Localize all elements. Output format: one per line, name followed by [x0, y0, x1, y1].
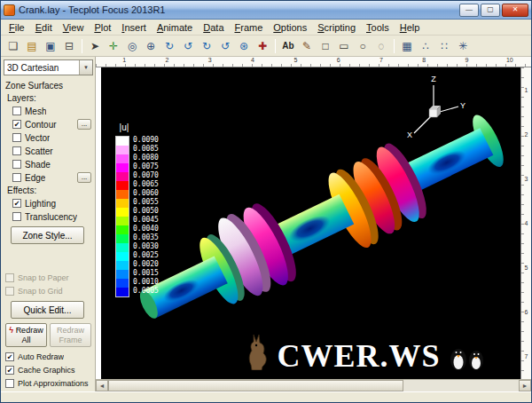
menu-file[interactable]: File	[4, 20, 30, 35]
legend-color-swatch	[116, 172, 129, 181]
rotate-x-tool-icon[interactable]: ↻	[160, 37, 178, 55]
menu-animate[interactable]: Animate	[152, 20, 198, 35]
save-layout-icon[interactable]: ▣	[42, 37, 59, 55]
option-plot-approximations-label: Plot Approximations	[18, 379, 89, 388]
menu-plot[interactable]: Plot	[89, 20, 116, 35]
window-controls: —▢✕	[459, 4, 528, 17]
ellipse-tool-icon[interactable]: ◌	[372, 37, 390, 55]
data-zoom-tool-icon[interactable]: ⊕	[142, 37, 160, 55]
select-adjustor-tool-icon[interactable]: ➤	[86, 37, 104, 55]
polyline-tool-icon[interactable]: ✎	[298, 37, 316, 55]
menu-scripting[interactable]: Scripting	[312, 20, 361, 35]
window-title: Crank.lay - Tecplot Focus 2013R1	[19, 4, 456, 15]
layer-contour-options-button[interactable]: ...	[77, 119, 91, 130]
menu-options[interactable]: Options	[268, 20, 312, 35]
title-bar[interactable]: Crank.lay - Tecplot Focus 2013R1 —▢✕	[1, 1, 531, 20]
ruler-top-mark: 8	[403, 57, 445, 67]
scatter-dots-tool-icon[interactable]: ∴	[417, 37, 434, 55]
probe-tool-icon[interactable]: ✚	[254, 37, 271, 55]
chevron-down-icon[interactable]: ▼	[79, 60, 92, 75]
option-auto-redraw-checkbox[interactable]: ✔	[5, 352, 14, 361]
rotate-z-tool-icon[interactable]: ↻	[198, 37, 215, 55]
snap-options-group: Snap to PaperSnap to Grid Quick Edit... …	[4, 272, 93, 390]
snap-snap-to-paper[interactable]: Snap to Paper	[4, 272, 93, 284]
legend-value: 0.0005	[133, 287, 159, 296]
snap-snap-to-paper-checkbox[interactable]	[5, 273, 14, 282]
redraw-all-label: Redraw All	[16, 326, 43, 344]
layer-mesh[interactable]: Mesh	[4, 105, 93, 117]
horizontal-scrollbar[interactable]: ◄ ►	[96, 379, 531, 391]
redraw-all-button[interactable]: ϟ Redraw All	[5, 323, 47, 347]
grid-points-tool-icon[interactable]: ∷	[435, 37, 453, 55]
layer-scatter-checkbox[interactable]	[12, 146, 21, 155]
option-plot-approximations-checkbox[interactable]	[5, 379, 14, 388]
legend-color-swatch	[116, 243, 129, 252]
rollerball-rotate-tool-icon[interactable]: ⊛	[235, 37, 253, 55]
layer-scatter[interactable]: Scatter	[4, 145, 93, 157]
effect-lighting-checkbox[interactable]: ✔	[12, 199, 21, 208]
layer-vector[interactable]: Vector	[4, 131, 93, 144]
scroll-left-button[interactable]: ◄	[96, 380, 108, 391]
legend-value: 0.0065	[133, 180, 159, 189]
layer-edge-options-button[interactable]: ...	[77, 172, 91, 183]
print-icon[interactable]: ⊟	[60, 37, 78, 55]
option-cache-graphics[interactable]: ✔Cache Graphics	[4, 364, 93, 376]
plot-type-dropdown[interactable]: 3D Cartesian ▼	[4, 59, 93, 75]
legend-color-swatch	[116, 279, 129, 288]
minimize-button[interactable]: —	[459, 4, 479, 17]
menu-insert[interactable]: Insert	[116, 20, 152, 35]
legend-color-swatch	[116, 181, 129, 190]
layer-edge[interactable]: Edge...	[4, 171, 93, 184]
option-auto-redraw[interactable]: ✔Auto Redraw	[4, 351, 93, 363]
menu-view[interactable]: View	[58, 20, 90, 35]
scroll-track[interactable]	[108, 380, 519, 391]
zoom-tool-icon[interactable]: ◎	[123, 37, 141, 55]
rotate-y-tool-icon[interactable]: ↺	[179, 37, 197, 55]
triad-z-label: Z	[431, 75, 436, 83]
maximize-button[interactable]: ▢	[481, 4, 500, 17]
create-frame-tool-icon[interactable]: ▦	[398, 37, 416, 55]
menu-frame[interactable]: Frame	[230, 20, 269, 35]
new-layout-icon[interactable]: ❏	[4, 37, 22, 55]
plot-canvas[interactable]: |u| 0.00900.00850.00800.00750.00700.0065…	[101, 67, 520, 379]
option-plot-approximations[interactable]: Plot Approximations	[4, 377, 93, 390]
circle-tool-icon[interactable]: ○	[354, 37, 372, 55]
option-cache-graphics-checkbox[interactable]: ✔	[5, 366, 14, 375]
scroll-thumb[interactable]	[108, 380, 403, 391]
menu-edit[interactable]: Edit	[30, 20, 58, 35]
quick-edit-button[interactable]: Quick Edit...	[11, 301, 84, 319]
legend-title: |u|	[115, 122, 133, 132]
legend-swatches	[115, 136, 129, 297]
text-tool-icon[interactable]: Ab	[279, 37, 297, 55]
zone-style-button[interactable]: Zone Style...	[11, 226, 84, 244]
effect-translucency-label: Translucency	[25, 212, 77, 222]
legend-value: 0.0025	[133, 251, 159, 260]
close-button[interactable]: ✕	[502, 4, 528, 17]
layer-shade-checkbox[interactable]	[12, 160, 21, 169]
menu-data[interactable]: Data	[198, 20, 229, 35]
layer-mesh-checkbox[interactable]	[12, 107, 21, 115]
orientation-axis-icon[interactable]: ✳	[454, 37, 472, 55]
square-tool-icon[interactable]: □	[317, 37, 334, 55]
snap-snap-to-grid-checkbox[interactable]	[5, 287, 14, 296]
layer-shade[interactable]: Shade	[4, 158, 93, 170]
layer-contour[interactable]: ✔Contour...	[4, 118, 93, 130]
effect-translucency[interactable]: Translucency	[4, 210, 93, 223]
effect-lighting[interactable]: ✔Lighting	[4, 197, 93, 209]
menu-help[interactable]: Help	[395, 20, 426, 35]
layer-edge-checkbox[interactable]	[12, 173, 21, 182]
open-layout-icon[interactable]: ▤	[23, 37, 41, 55]
redraw-frame-button[interactable]: Redraw Frame	[50, 323, 91, 347]
layer-vector-checkbox[interactable]	[12, 133, 21, 142]
rectangle-tool-icon[interactable]: ▭	[335, 37, 353, 55]
layer-contour-checkbox[interactable]: ✔	[12, 120, 21, 129]
twist-rotate-tool-icon[interactable]: ↺	[216, 37, 234, 55]
ruler-right-mark: 6	[521, 290, 531, 335]
menu-tools[interactable]: Tools	[361, 20, 395, 35]
snap-snap-to-grid[interactable]: Snap to Grid	[4, 285, 93, 297]
ruler-top-mark: 1	[103, 57, 145, 67]
legend-color-swatch	[116, 199, 129, 208]
effect-translucency-checkbox[interactable]	[12, 212, 21, 221]
scroll-right-button[interactable]: ►	[519, 380, 531, 391]
pan-tool-icon[interactable]: ✛	[105, 37, 122, 55]
